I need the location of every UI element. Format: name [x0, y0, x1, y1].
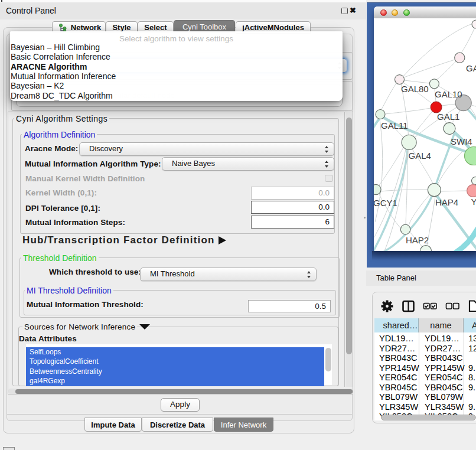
svg-text:HAP2: HAP2 [406, 235, 429, 245]
svg-text:GAL80: GAL80 [401, 84, 429, 94]
svg-text:GAL1: GAL1 [437, 112, 459, 122]
svg-text:GAL10: GAL10 [435, 89, 462, 99]
svg-text:GAL: GAL [466, 63, 476, 73]
svg-text:HAP4: HAP4 [435, 197, 458, 207]
svg-text:GAL4: GAL4 [409, 151, 431, 161]
svg-text:GAL11: GAL11 [381, 120, 408, 131]
svg-text:SWI4: SWI4 [451, 136, 472, 146]
svg-text:Y: Y [471, 197, 476, 207]
svg-text:GCY1: GCY1 [374, 198, 397, 208]
